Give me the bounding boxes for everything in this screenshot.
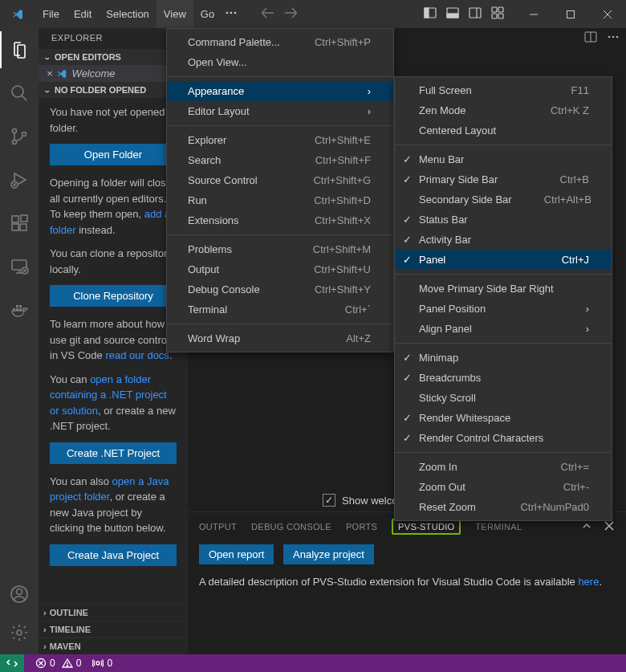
pvs-docs-link[interactable]: here (578, 576, 599, 588)
panel-tab[interactable]: PVS-STUDIO (392, 519, 461, 535)
panel-close-icon[interactable] (604, 520, 615, 533)
panel-body: Open report Analyze project A detailed d… (188, 540, 626, 593)
menu-item[interactable]: Open View... (167, 52, 393, 72)
menu-item[interactable]: Appearance› (167, 81, 393, 101)
activity-settings-icon[interactable] (0, 619, 39, 646)
menu-item[interactable]: ExtensionsCtrl+Shift+X (167, 210, 393, 230)
status-ports[interactable]: 0 (92, 658, 112, 669)
menu-item[interactable]: Zoom InCtrl+= (395, 457, 612, 477)
panel-tab[interactable]: TERMINAL (475, 522, 522, 531)
menu-item[interactable]: ✓Status Bar (395, 210, 612, 230)
menu-item[interactable]: ✓PanelCtrl+J (395, 250, 612, 270)
status-bar: 0 0 0 (0, 654, 626, 672)
menu-item[interactable]: Source ControlCtrl+Shift+G (167, 170, 393, 190)
remote-indicator[interactable] (0, 654, 24, 672)
svg-rect-11 (492, 14, 497, 18)
view-menu[interactable]: Command Palette...Ctrl+Shift+POpen View.… (166, 28, 394, 352)
layout-sidebar-left-icon[interactable] (424, 6, 437, 22)
menu-go[interactable]: Go (193, 0, 222, 28)
svg-point-42 (612, 35, 615, 38)
status-problems[interactable]: 0 0 (35, 658, 81, 669)
menu-file[interactable]: File (35, 0, 67, 28)
menu-item[interactable]: ✓Primary Side BarCtrl+B (395, 169, 612, 189)
menu-item[interactable]: Debug ConsoleCtrl+Shift+Y (167, 279, 393, 299)
timeline-section[interactable]: ›TIMELINE (39, 621, 188, 637)
create-java-button[interactable]: Create Java Project (50, 544, 177, 566)
svg-rect-9 (492, 7, 497, 12)
title-bar: FileEditSelectionViewGo (0, 0, 626, 28)
window-close-button[interactable] (589, 0, 626, 28)
checkbox-icon[interactable]: ✓ (323, 494, 335, 507)
menu-item[interactable]: ProblemsCtrl+Shift+M (167, 239, 393, 259)
panel-tab[interactable]: DEBUG CONSOLE (251, 522, 331, 531)
menu-item[interactable]: OutputCtrl+Shift+U (167, 259, 393, 279)
layout-customize-icon[interactable] (491, 6, 504, 22)
activity-remote-explorer-icon[interactable] (0, 253, 39, 280)
menu-item[interactable]: Zoom OutCtrl+- (395, 477, 612, 497)
menu-item[interactable]: SearchCtrl+Shift+F (167, 150, 393, 170)
menu-item[interactable]: Command Palette...Ctrl+Shift+P (167, 32, 393, 52)
window-maximize-button[interactable] (552, 0, 589, 28)
clone-repo-button[interactable]: Clone Repository (50, 285, 177, 307)
menu-item[interactable]: Word WrapAlt+Z (167, 328, 393, 348)
appearance-submenu[interactable]: Full ScreenF11Zen ModeCtrl+K ZCentered L… (394, 76, 612, 521)
panel-maximize-icon[interactable] (581, 520, 592, 533)
menu-item[interactable]: ✓Activity Bar (395, 230, 612, 250)
activity-run-debug-icon[interactable] (0, 166, 39, 193)
open-report-button[interactable]: Open report (199, 544, 274, 564)
menu-overflow-icon[interactable] (225, 6, 238, 22)
maven-section[interactable]: ›MAVEN (39, 637, 188, 654)
menu-item[interactable]: Centered Layout (395, 120, 612, 141)
open-folder-button[interactable]: Open Folder (50, 144, 177, 165)
menu-item[interactable]: Reset ZoomCtrl+NumPad0 (395, 497, 612, 517)
activity-explorer-icon[interactable] (0, 36, 39, 63)
menu-item[interactable]: Sticky Scroll (395, 388, 612, 408)
panel-tab[interactable]: OUTPUT (199, 522, 237, 531)
menu-item[interactable]: ✓Menu Bar (395, 149, 612, 169)
read-docs-link[interactable]: read our docs (105, 349, 169, 361)
svg-point-17 (12, 86, 23, 97)
menu-item[interactable]: Move Primary Side Bar Right (395, 279, 612, 299)
svg-point-50 (67, 666, 67, 666)
svg-point-20 (13, 141, 17, 145)
menu-item[interactable]: ✓Render Whitespace (395, 408, 612, 428)
menu-item[interactable]: ✓Breadcrumbs (395, 368, 612, 388)
menu-item[interactable]: ✓Render Control Characters (395, 428, 612, 448)
menu-item[interactable]: Full ScreenF11 (395, 80, 612, 100)
menu-item[interactable]: Editor Layout› (167, 101, 393, 121)
menu-item[interactable]: ExplorerCtrl+Shift+E (167, 130, 393, 150)
svg-point-1 (230, 12, 233, 14)
menu-item[interactable]: ✓Minimap (395, 348, 612, 368)
analyze-project-button[interactable]: Analyze project (283, 544, 374, 564)
menu-item[interactable]: Panel Position› (395, 299, 612, 319)
activity-docker-icon[interactable] (0, 296, 39, 324)
activity-accounts-icon[interactable] (0, 580, 39, 608)
layout-sidebar-right-icon[interactable] (469, 6, 482, 22)
activity-extensions-icon[interactable] (0, 210, 39, 237)
split-editor-icon[interactable] (584, 31, 597, 46)
svg-rect-10 (498, 7, 503, 12)
menu-item[interactable]: Zen ModeCtrl+K Z (395, 100, 612, 120)
activity-source-control-icon[interactable] (0, 123, 39, 150)
outline-section[interactable]: ›OUTLINE (39, 604, 188, 621)
menu-item[interactable]: TerminalCtrl+` (167, 299, 393, 320)
menu-view[interactable]: View (156, 0, 193, 28)
menu-edit[interactable]: Edit (67, 0, 99, 28)
panel-tab[interactable]: PORTS (346, 522, 377, 531)
menu-item[interactable]: Align Panel› (395, 319, 612, 339)
nav-forward-icon[interactable] (284, 6, 297, 22)
nav-back-icon[interactable] (262, 6, 274, 22)
layout-panel-icon[interactable] (446, 6, 459, 22)
activity-bar (0, 28, 39, 654)
close-icon[interactable]: × (47, 67, 53, 79)
vscode-logo-icon (0, 8, 35, 21)
activity-search-icon[interactable] (0, 79, 39, 107)
menu-item[interactable]: RunCtrl+Shift+D (167, 190, 393, 210)
menu-selection[interactable]: Selection (99, 0, 156, 28)
menu-item[interactable]: Secondary Side BarCtrl+Alt+B (395, 189, 612, 210)
editor-more-icon[interactable] (607, 31, 620, 46)
window-minimize-button[interactable] (515, 0, 552, 28)
create-dotnet-button[interactable]: Create .NET Project (50, 442, 177, 464)
svg-point-0 (226, 12, 229, 14)
window-controls (515, 0, 626, 28)
